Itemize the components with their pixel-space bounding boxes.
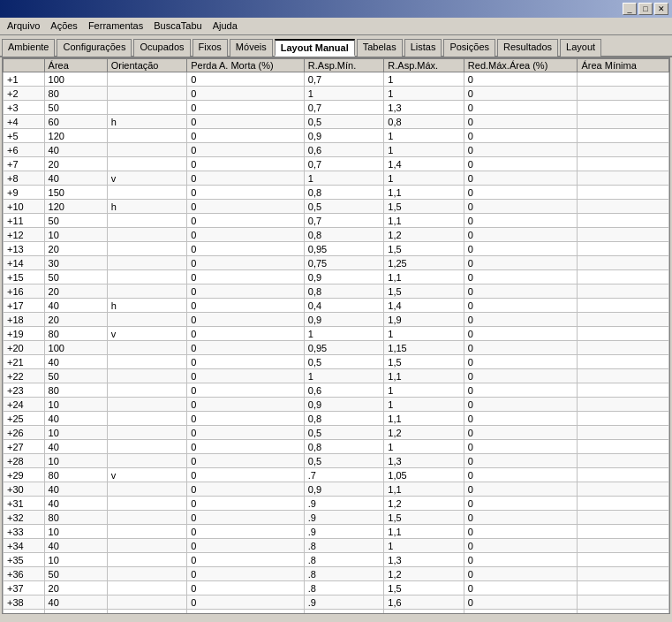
tab-ocupados[interactable]: Ocupados bbox=[133, 39, 190, 57]
table-row[interactable]: +2010000,951,150 bbox=[4, 341, 669, 355]
cell-33-5: 1 bbox=[384, 539, 464, 553]
cell-7-5: 1 bbox=[384, 171, 464, 186]
cell-29-6: 0 bbox=[464, 482, 578, 497]
cell-4-0: +5 bbox=[4, 129, 45, 143]
menu-item-ferramentas[interactable]: Ferramentas bbox=[83, 19, 148, 33]
cell-11-0: +12 bbox=[4, 228, 45, 242]
table-row[interactable]: +840v0110 bbox=[4, 171, 669, 186]
cell-21-4: 1 bbox=[304, 369, 384, 383]
table-row[interactable]: +512000,910 bbox=[4, 129, 669, 143]
table-row[interactable]: +31400.91,20 bbox=[4, 497, 669, 511]
tab-resultados[interactable]: Resultados bbox=[497, 39, 558, 57]
table-row[interactable]: +38400.91,60 bbox=[4, 595, 669, 610]
cell-8-0: +9 bbox=[4, 186, 45, 200]
table-row[interactable]: +72000,71,40 bbox=[4, 157, 669, 171]
table-row[interactable]: +274000,810 bbox=[4, 440, 669, 454]
table-container[interactable]: ÁreaOrientaçãoPerda A. Morta (%)R.Asp.Mí… bbox=[3, 58, 669, 613]
cell-12-4: 0,95 bbox=[304, 242, 384, 256]
cell-14-7 bbox=[578, 270, 669, 284]
cell-14-6: 0 bbox=[464, 270, 578, 284]
cell-37-4: .9 bbox=[304, 595, 384, 610]
cell-5-3: 0 bbox=[187, 143, 305, 157]
table-row[interactable]: +214000,51,50 bbox=[4, 355, 669, 369]
cell-26-5: 1 bbox=[384, 440, 464, 454]
table-row[interactable]: +1980v0110 bbox=[4, 327, 669, 341]
minimize-button[interactable]: _ bbox=[623, 3, 637, 15]
table-row[interactable]: +132000,951,50 bbox=[4, 242, 669, 256]
tab-layout-manual[interactable]: Layout Manual bbox=[275, 39, 355, 57]
table-row[interactable]: +64000,610 bbox=[4, 143, 669, 157]
tab-listas[interactable]: Listas bbox=[404, 39, 442, 57]
table-row[interactable]: +10120h00,51,50 bbox=[4, 200, 669, 214]
table-row[interactable]: +110000,710 bbox=[4, 72, 669, 87]
cell-34-4: .8 bbox=[304, 553, 384, 567]
tab-tabelas[interactable]: Tabelas bbox=[357, 39, 403, 57]
cell-25-6: 0 bbox=[464, 426, 578, 440]
cell-5-5: 1 bbox=[384, 143, 464, 157]
tab-móveis[interactable]: Móveis bbox=[230, 39, 273, 57]
table-row[interactable]: +238000,610 bbox=[4, 383, 669, 398]
tab-posições[interactable]: Posições bbox=[443, 39, 495, 57]
table-row[interactable]: +39500.91,10 bbox=[4, 610, 669, 614]
cell-19-2 bbox=[107, 341, 187, 355]
cell-20-1: 40 bbox=[44, 355, 107, 369]
menu-item-buscatabu[interactable]: BuscaTabu bbox=[148, 19, 207, 33]
cell-26-7 bbox=[578, 440, 669, 454]
table-row[interactable]: +281000,51,30 bbox=[4, 454, 669, 468]
cell-32-7 bbox=[578, 525, 669, 539]
cell-34-0: +35 bbox=[4, 553, 45, 567]
cell-24-5: 1,1 bbox=[384, 412, 464, 426]
cell-13-6: 0 bbox=[464, 256, 578, 270]
title-bar-buttons: _ □ ✕ bbox=[623, 3, 668, 15]
cell-15-4: 0,8 bbox=[304, 284, 384, 299]
maximize-button[interactable]: □ bbox=[638, 3, 653, 15]
cell-18-5: 1 bbox=[384, 327, 464, 341]
tab-ambiente[interactable]: Ambiente bbox=[2, 39, 55, 57]
table-row[interactable]: +182000,91,90 bbox=[4, 313, 669, 327]
cell-4-3: 0 bbox=[187, 129, 305, 143]
cell-26-4: 0,8 bbox=[304, 440, 384, 454]
cell-0-3: 0 bbox=[187, 72, 305, 87]
table-row[interactable]: +304000,91,10 bbox=[4, 482, 669, 497]
cell-19-5: 1,15 bbox=[384, 341, 464, 355]
table-row[interactable]: +35000,71,30 bbox=[4, 101, 669, 115]
table-row[interactable]: +35100.81,30 bbox=[4, 553, 669, 567]
cell-8-2 bbox=[107, 186, 187, 200]
table-row[interactable]: +37200.81,50 bbox=[4, 581, 669, 595]
table-row[interactable]: +1740h00,41,40 bbox=[4, 299, 669, 313]
table-row[interactable]: +915000,81,10 bbox=[4, 186, 669, 200]
table-row[interactable]: +2980v0.71,050 bbox=[4, 468, 669, 482]
table-row[interactable]: +460h00,50,80 bbox=[4, 115, 669, 129]
cell-23-3: 0 bbox=[187, 398, 305, 412]
table-row[interactable]: +241000,910 bbox=[4, 398, 669, 412]
cell-12-2 bbox=[107, 242, 187, 256]
table-row[interactable]: +121000,81,20 bbox=[4, 228, 669, 242]
table-row[interactable]: +2250011,10 bbox=[4, 369, 669, 383]
table-row[interactable]: +143000,751,250 bbox=[4, 256, 669, 270]
cell-16-0: +17 bbox=[4, 299, 45, 313]
table-row[interactable]: +32800.91,50 bbox=[4, 511, 669, 525]
menu-item-ações[interactable]: Ações bbox=[45, 19, 83, 33]
table-row[interactable]: +261000,51,20 bbox=[4, 426, 669, 440]
menu-item-arquivo[interactable]: Arquivo bbox=[2, 19, 45, 33]
table-row[interactable]: +2800110 bbox=[4, 87, 669, 101]
tab-layout[interactable]: Layout bbox=[560, 39, 601, 57]
table-row[interactable]: +115000,71,10 bbox=[4, 214, 669, 228]
cell-0-7 bbox=[578, 72, 669, 87]
menu-item-ajuda[interactable]: Ajuda bbox=[208, 19, 243, 33]
close-button[interactable]: ✕ bbox=[654, 3, 668, 15]
cell-31-6: 0 bbox=[464, 511, 578, 525]
table-row[interactable]: +254000,81,10 bbox=[4, 412, 669, 426]
table-row[interactable]: +34400.810 bbox=[4, 539, 669, 553]
table-row[interactable]: +162000,81,50 bbox=[4, 284, 669, 299]
cell-23-7 bbox=[578, 398, 669, 412]
cell-34-6: 0 bbox=[464, 553, 578, 567]
tab-configurações[interactable]: Configurações bbox=[57, 39, 132, 57]
table-row[interactable]: +155000,91,10 bbox=[4, 270, 669, 284]
table-row[interactable]: +33100.91,10 bbox=[4, 525, 669, 539]
table-row[interactable]: +36500.81,20 bbox=[4, 567, 669, 581]
cell-16-1: 40 bbox=[44, 299, 107, 313]
cell-4-5: 1 bbox=[384, 129, 464, 143]
tab-fixos[interactable]: Fixos bbox=[193, 39, 228, 57]
cell-35-7 bbox=[578, 567, 669, 581]
